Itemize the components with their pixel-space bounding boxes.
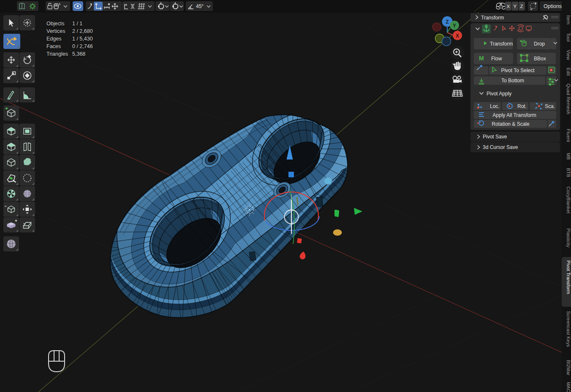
svg-text:Apply All Transform: Apply All Transform <box>492 112 536 118</box>
svg-text:To Bottom: To Bottom <box>501 78 524 84</box>
svg-text:Sca.: Sca. <box>545 103 555 109</box>
svg-text:X: X <box>507 4 510 9</box>
svg-text:3d Cursor Save: 3d Cursor Save <box>483 144 518 150</box>
svg-text:Pivot Save: Pivot Save <box>483 134 507 140</box>
svg-text:Transform: Transform <box>481 15 504 21</box>
svg-text:45°: 45° <box>196 3 204 9</box>
svg-text:Drop: Drop <box>534 41 545 47</box>
svg-text:Y: Y <box>453 23 456 29</box>
svg-text:M: M <box>479 55 484 62</box>
svg-text:X: X <box>456 33 459 39</box>
svg-text:Loc.: Loc. <box>490 103 500 109</box>
svg-text:Pivot To Select: Pivot To Select <box>501 68 535 73</box>
svg-text:BBox: BBox <box>534 56 546 62</box>
svg-text:Rotation & Scale: Rotation & Scale <box>492 121 530 127</box>
svg-text:Y: Y <box>514 4 517 9</box>
svg-text:Rot.: Rot. <box>517 103 527 109</box>
svg-text:Z: Z <box>446 19 449 25</box>
svg-text:Flow: Flow <box>491 56 502 62</box>
svg-text:Pivot Apply: Pivot Apply <box>487 91 511 97</box>
svg-text:Z: Z <box>520 4 523 9</box>
svg-text:Transform: Transform <box>490 41 513 47</box>
